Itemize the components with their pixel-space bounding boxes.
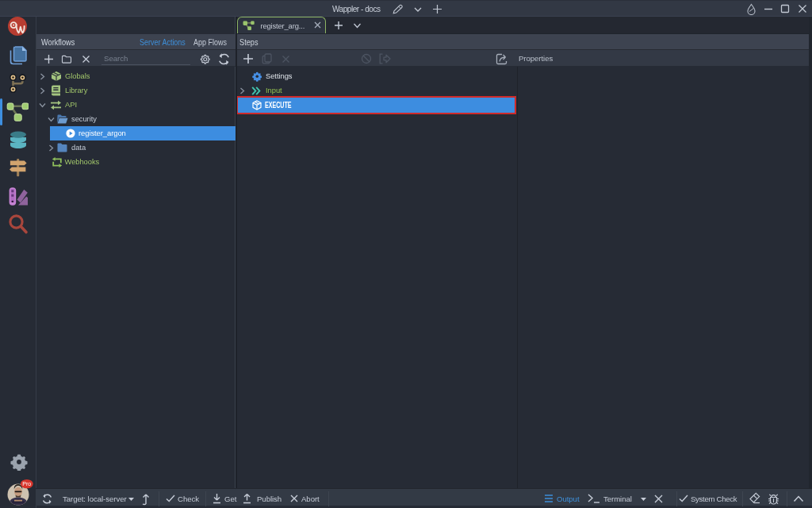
svg-text:Pro: Pro bbox=[22, 481, 31, 487]
